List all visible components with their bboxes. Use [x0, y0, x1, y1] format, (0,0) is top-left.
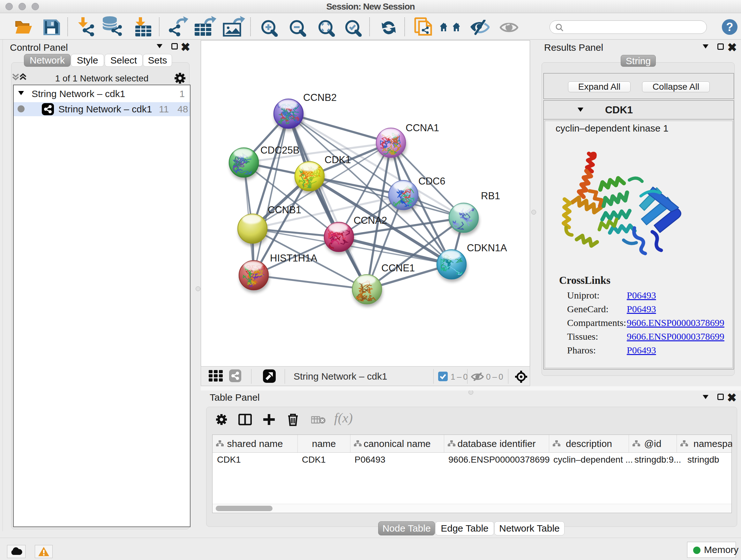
- svg-text:RB1: RB1: [481, 190, 500, 201]
- svg-text:CDC6: CDC6: [418, 176, 445, 187]
- svg-text:CCNB1: CCNB1: [268, 204, 301, 215]
- svg-text:CCNB2: CCNB2: [303, 92, 337, 103]
- svg-text:CCNE1: CCNE1: [381, 262, 415, 273]
- svg-text:CCNA2: CCNA2: [354, 215, 387, 226]
- svg-text:CCNA1: CCNA1: [406, 122, 439, 133]
- svg-text:CDC25B: CDC25B: [260, 145, 299, 156]
- svg-text:CDKN1A: CDKN1A: [467, 242, 507, 253]
- svg-text:HIST1H1A: HIST1H1A: [270, 253, 317, 264]
- svg-text:CDK1: CDK1: [325, 154, 351, 165]
